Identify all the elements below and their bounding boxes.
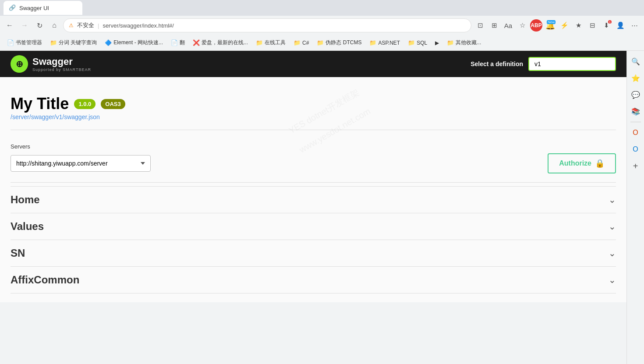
swagger-logo-text: Swagger (32, 56, 91, 67)
nav-bar: ← → ↻ ⌂ ⚠ 不安全 | server/swagger/index.htm… (0, 16, 644, 35)
api-section-sn[interactable]: SN ⌄ (11, 240, 616, 267)
active-tab[interactable]: 🔗 Swagger UI (4, 1, 82, 15)
bookmark-element[interactable]: 🔷 Element - 网站快速... (101, 37, 166, 48)
downloads-button[interactable]: ⬇ 1 (600, 19, 612, 32)
back-button[interactable]: ← (4, 19, 16, 32)
bookmark-icon-9: 📁 (408, 39, 415, 46)
sidebar-chat-icon[interactable]: 💬 (629, 88, 643, 102)
sidebar-search-icon[interactable]: 🔍 (629, 54, 643, 68)
favorites-star-button[interactable]: ☆ (516, 19, 528, 32)
lock-icon: 🔒 (595, 159, 605, 168)
swagger-definition: Select a definition v1 (471, 57, 616, 71)
authorize-label: Authorize (559, 159, 591, 167)
more-button[interactable]: ⋯ (628, 19, 640, 32)
bookmark-icon-2: 🔷 (105, 39, 112, 46)
oas3-badge: OAS3 (101, 99, 125, 109)
address-bar[interactable]: ⚠ 不安全 | server/swagger/index.html#/ (63, 18, 471, 32)
bookmark-icon-6: 📁 (294, 39, 301, 46)
bookmark-label-4: 爱盘，最新的在线... (202, 39, 248, 46)
sidebar-separator (630, 122, 641, 122)
servers-label: Servers (11, 143, 616, 150)
sidebar-office-icon[interactable]: O (629, 126, 643, 140)
swagger-title-text: My Title (11, 95, 69, 113)
profile-button[interactable]: 👤 (614, 19, 626, 32)
sidebar-toggle-button[interactable]: ⊟ (586, 19, 598, 32)
bookmark-icon-1: 📁 (50, 39, 57, 46)
abp-button[interactable]: ABP (530, 19, 542, 32)
sidebar-outlook-icon[interactable]: O (629, 142, 643, 156)
bookmark-icon-0: 📄 (7, 39, 14, 46)
url-text: server/swagger/index.html#/ (103, 22, 174, 29)
security-warning-icon: ⚠ (69, 22, 74, 28)
swagger-body: YES dotnet开发框架 www.yesdot.net.com My Tit… (0, 77, 626, 302)
bookmark-aspnet[interactable]: 📁 ASP.NET (366, 38, 403, 48)
bookmark-csharp[interactable]: 📁 C# (290, 38, 312, 48)
grid-button[interactable]: ⊞ (488, 19, 500, 32)
definition-label: Select a definition (471, 60, 523, 67)
main-content: ⊕ Swagger Supported by SMARTBEAR Select … (0, 51, 626, 364)
bookmark-label-8: ASP.NET (378, 40, 400, 46)
home-button[interactable]: ⌂ (48, 19, 60, 32)
refresh-button[interactable]: ↻ (33, 19, 46, 32)
swagger-logo-subtext: Supported by SMARTBEAR (32, 67, 91, 72)
sidebar-add-icon[interactable]: + (629, 159, 643, 173)
bookmark-icon-8: 📁 (369, 39, 376, 46)
bookmark-translate[interactable]: 📄 翻 (167, 37, 188, 48)
swagger-logo: ⊕ Swagger Supported by SMARTBEAR (11, 55, 91, 73)
screen-mode-button[interactable]: ⊡ (474, 19, 486, 32)
bookmark-label-3: 翻 (180, 39, 185, 46)
bookmark-sql[interactable]: 📁 SQL (404, 38, 431, 48)
bookmark-label-6: C# (302, 40, 309, 46)
chevron-icon-sn: ⌄ (609, 248, 616, 258)
separator: | (98, 22, 99, 29)
api-section-name-affixcommon: AffixCommon (11, 274, 79, 286)
new-button[interactable]: 🔔 New (544, 19, 556, 32)
collections-button[interactable]: ★ (572, 19, 584, 32)
bookmark-label-7: 伪静态 DTCMS (326, 39, 361, 46)
api-section-name-values: Values (11, 220, 44, 233)
nav-actions: ⊡ ⊞ Aa ☆ ABP 🔔 New ⚡ ★ ⊟ ⬇ 1 👤 ⋯ (474, 19, 640, 32)
bookmark-icon-4: ❌ (193, 39, 200, 46)
api-section-name-sn: SN (11, 247, 25, 259)
bookmark-bookmark-manager[interactable]: 📄 书签管理器 (4, 37, 46, 48)
chevron-icon-home: ⌄ (609, 194, 616, 205)
bookmark-more-arrow[interactable]: ▶ (432, 38, 442, 48)
api-section-values[interactable]: Values ⌄ (11, 213, 616, 240)
sidebar-library-icon[interactable]: 📚 (629, 104, 643, 118)
right-sidebar: 🔍 ⭐ 💬 📚 O O + (626, 51, 644, 364)
api-section-name-home: Home (11, 194, 40, 206)
server-select[interactable]: http://shitang.yiwuapp.com/server (11, 155, 151, 172)
browser-chrome: 🔗 Swagger UI ← → ↻ ⌂ ⚠ 不安全 | server/swag… (0, 0, 644, 364)
font-button[interactable]: Aa (502, 19, 514, 32)
server-select-wrapper: http://shitang.yiwuapp.com/server (11, 155, 151, 172)
api-section-home[interactable]: Home ⌄ (11, 187, 616, 213)
swagger-logo-symbol: ⊕ (16, 59, 23, 69)
divider-1 (11, 130, 616, 130)
swagger-title-section: My Title 1.0.0 OAS3 /server/swagger/v1/s… (11, 95, 616, 121)
bookmark-dtcms[interactable]: 📁 伪静态 DTCMS (313, 37, 365, 48)
sidebar-favorites-icon[interactable]: ⭐ (629, 71, 643, 85)
servers-section: Servers http://shitang.yiwuapp.com/serve… (11, 143, 616, 173)
bookmark-label-5: 在线工具 (265, 39, 286, 46)
chevron-icon-affixcommon: ⌄ (609, 275, 616, 285)
performance-button[interactable]: ⚡ (558, 19, 570, 32)
tab-bar: 🔗 Swagger UI (0, 0, 644, 16)
bookmark-other[interactable]: 📁 其他收藏... (443, 37, 485, 48)
bookmark-icon-5: 📁 (256, 39, 263, 46)
bookmark-tools[interactable]: 📁 在线工具 (252, 37, 289, 48)
swagger-logo-texts: Swagger Supported by SMARTBEAR (32, 56, 91, 72)
more-arrow-icon: ▶ (435, 40, 439, 46)
api-section-affixcommon[interactable]: AffixCommon ⌄ (11, 267, 616, 293)
swagger-json-url[interactable]: /server/swagger/v1/swagger.json (11, 113, 100, 120)
swagger-header: ⊕ Swagger Supported by SMARTBEAR Select … (0, 51, 626, 77)
bookmark-icon-11: 📁 (447, 39, 454, 46)
bookmark-aipan[interactable]: ❌ 爱盘，最新的在线... (189, 37, 251, 48)
chevron-icon-values: ⌄ (609, 221, 616, 232)
tab-label: Swagger UI (19, 5, 49, 11)
bookmark-label-2: Element - 网站快速... (113, 39, 163, 46)
bookmark-keywords[interactable]: 📁 分词 关键字查询 (46, 37, 100, 48)
definition-select[interactable]: v1 (528, 57, 616, 71)
tab-favicon: 🔗 (9, 4, 16, 11)
authorize-button[interactable]: Authorize 🔒 (548, 153, 616, 173)
forward-button[interactable]: → (18, 19, 31, 32)
